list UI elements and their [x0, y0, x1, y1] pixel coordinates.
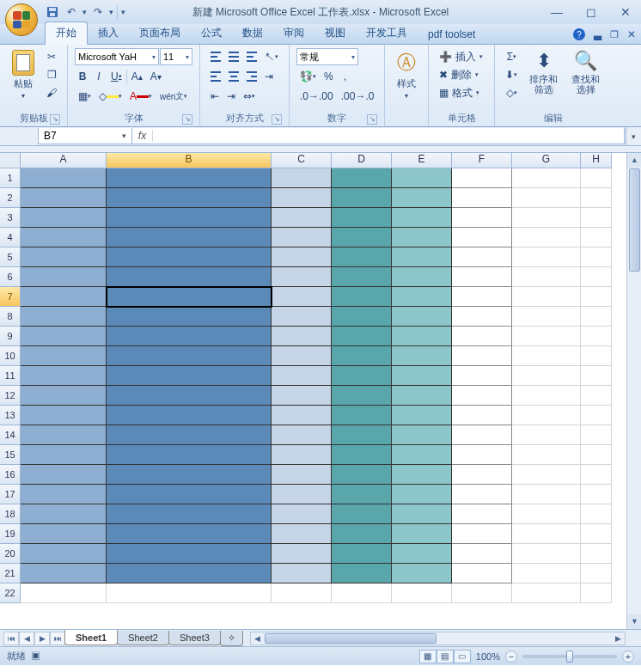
cell-H19[interactable]	[581, 524, 612, 544]
phonetic-button[interactable]: wén文▾	[156, 88, 191, 105]
scroll-up[interactable]: ▲	[627, 153, 641, 168]
cell-G7[interactable]	[512, 287, 581, 307]
cell-G18[interactable]	[512, 504, 581, 524]
cell-A3[interactable]	[21, 208, 107, 228]
borders-button[interactable]: ▦▾	[75, 88, 95, 105]
cell-B6[interactable]	[107, 267, 272, 287]
col-header-H[interactable]: H	[581, 153, 612, 168]
number-launcher[interactable]: ↘	[367, 114, 377, 125]
cell-C16[interactable]	[272, 465, 332, 485]
find-select[interactable]: 🔍 查找和 选择	[566, 48, 605, 110]
cell-H14[interactable]	[581, 425, 612, 445]
vscroll-thumb[interactable]	[629, 168, 640, 272]
cell-E3[interactable]	[392, 208, 452, 228]
col-header-G[interactable]: G	[512, 153, 581, 168]
cell-E15[interactable]	[392, 445, 452, 465]
cell-E13[interactable]	[392, 406, 452, 425]
cell-C2[interactable]	[272, 188, 332, 208]
new-sheet[interactable]: ✧	[220, 631, 243, 646]
restore-window-inner[interactable]: ❐	[610, 29, 619, 40]
qat-redo[interactable]: ↷	[90, 4, 106, 20]
cell-H3[interactable]	[581, 208, 612, 228]
shrink-font[interactable]: A▾	[147, 68, 165, 85]
grow-font[interactable]: A▴	[128, 68, 146, 85]
col-header-B[interactable]: B	[107, 153, 272, 168]
cell-G2[interactable]	[512, 188, 581, 208]
cell-D12[interactable]	[332, 386, 392, 406]
col-header-F[interactable]: F	[452, 153, 512, 168]
row-header-17[interactable]: 17	[0, 485, 21, 504]
cell-H9[interactable]	[581, 327, 612, 346]
cell-C13[interactable]	[272, 406, 332, 425]
cell-H5[interactable]	[581, 247, 612, 267]
cell-D3[interactable]	[332, 208, 392, 228]
cell-A1[interactable]	[21, 168, 107, 188]
cell-H10[interactable]	[581, 346, 612, 366]
cell-A12[interactable]	[21, 386, 107, 406]
cell-D2[interactable]	[332, 188, 392, 208]
cell-D19[interactable]	[332, 524, 392, 544]
row-header-21[interactable]: 21	[0, 564, 21, 583]
cell-C8[interactable]	[272, 307, 332, 327]
font-name-combo[interactable]: Microsoft YaH▾	[75, 48, 159, 65]
cell-F9[interactable]	[452, 327, 512, 346]
cell-G1[interactable]	[512, 168, 581, 188]
cell-H11[interactable]	[581, 366, 612, 386]
number-format-combo[interactable]: 常规▾	[296, 48, 358, 65]
cell-F14[interactable]	[452, 425, 512, 445]
cell-E1[interactable]	[392, 168, 452, 188]
cell-B17[interactable]	[107, 485, 272, 504]
format-cells[interactable]: ▦ 格式 ▾	[436, 84, 487, 101]
row-header-7[interactable]: 7	[0, 287, 21, 307]
cell-F11[interactable]	[452, 366, 512, 386]
col-header-D[interactable]: D	[332, 153, 392, 168]
cell-D7[interactable]	[332, 287, 392, 307]
cell-F10[interactable]	[452, 346, 512, 366]
cell-D1[interactable]	[332, 168, 392, 188]
cell-B12[interactable]	[107, 386, 272, 406]
cell-F21[interactable]	[452, 564, 512, 583]
row-header-6[interactable]: 6	[0, 267, 21, 287]
cell-G6[interactable]	[512, 267, 581, 287]
row-header-3[interactable]: 3	[0, 208, 21, 228]
cell-H2[interactable]	[581, 188, 612, 208]
cell-E18[interactable]	[392, 504, 452, 524]
row-header-4[interactable]: 4	[0, 228, 21, 247]
qat-redo-menu[interactable]: ▾	[109, 8, 113, 16]
tab-home[interactable]: 开始	[45, 21, 88, 45]
view-page-layout[interactable]: ▤	[436, 650, 454, 663]
cell-G13[interactable]	[512, 406, 581, 425]
alignment-launcher[interactable]: ↘	[272, 114, 282, 125]
cell-E5[interactable]	[392, 247, 452, 267]
cell-F12[interactable]	[452, 386, 512, 406]
align-center[interactable]	[225, 68, 242, 85]
cell-C1[interactable]	[272, 168, 332, 188]
cell-H16[interactable]	[581, 465, 612, 485]
cell-E20[interactable]	[392, 544, 452, 564]
cell-A13[interactable]	[21, 406, 107, 425]
cell-C18[interactable]	[272, 504, 332, 524]
cell-H4[interactable]	[581, 228, 612, 247]
cell-G19[interactable]	[512, 524, 581, 544]
clear-button[interactable]: ◇ ▾	[502, 84, 521, 101]
cell-G17[interactable]	[512, 485, 581, 504]
cell-B9[interactable]	[107, 327, 272, 346]
cell-A4[interactable]	[21, 228, 107, 247]
minimize-button[interactable]: —	[548, 5, 565, 19]
cell-C19[interactable]	[272, 524, 332, 544]
sheet-tab-1[interactable]: Sheet1	[64, 630, 118, 645]
cell-F17[interactable]	[452, 485, 512, 504]
cell-C6[interactable]	[272, 267, 332, 287]
cell-G12[interactable]	[512, 386, 581, 406]
cell-G20[interactable]	[512, 544, 581, 564]
qat-undo[interactable]: ↶	[64, 4, 79, 20]
cell-F8[interactable]	[452, 307, 512, 327]
scroll-left[interactable]: ◀	[251, 632, 265, 645]
cell-D13[interactable]	[332, 406, 392, 425]
zoom-out[interactable]: −	[505, 651, 517, 663]
row-header-14[interactable]: 14	[0, 425, 21, 445]
col-header-A[interactable]: A	[21, 153, 107, 168]
cell-F1[interactable]	[452, 168, 512, 188]
minimize-ribbon[interactable]: ▃	[594, 28, 601, 40]
cell-G3[interactable]	[512, 208, 581, 228]
